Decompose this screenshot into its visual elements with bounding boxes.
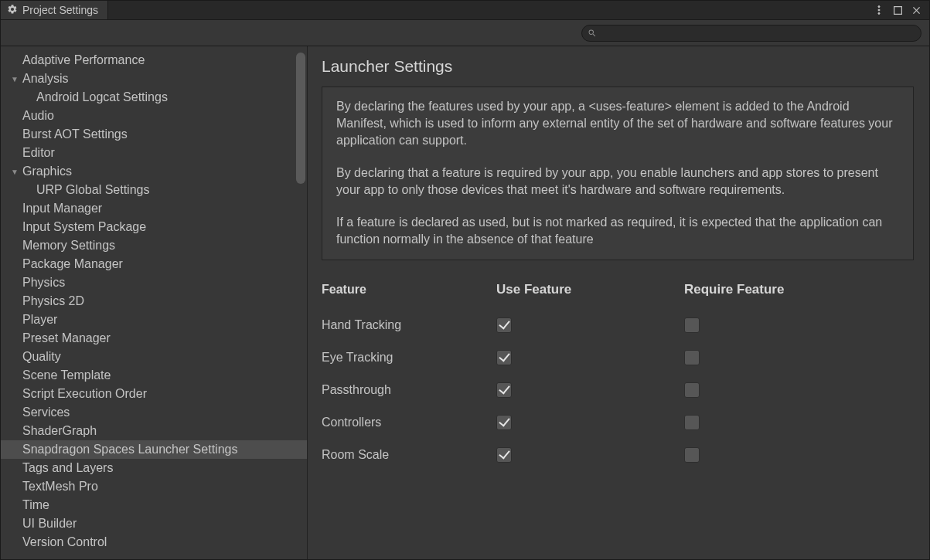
sidebar-item-label: Editor xyxy=(22,146,55,160)
sidebar-item[interactable]: Player xyxy=(1,311,307,329)
info-paragraph: If a feature is declared as used, but is… xyxy=(336,214,899,248)
chevron-down-icon[interactable]: ▼ xyxy=(9,75,21,83)
sidebar-item-label: Preset Manager xyxy=(22,331,111,345)
sidebar-item[interactable]: Script Execution Order xyxy=(1,385,307,403)
col-header-require: Require Feature xyxy=(673,282,914,297)
info-box: By declaring the features used by your a… xyxy=(322,87,914,260)
info-paragraph: By declaring the features used by your a… xyxy=(336,98,899,149)
sidebar-item[interactable]: Audio xyxy=(1,107,307,125)
info-paragraph: By declaring that a feature is required … xyxy=(336,165,899,199)
sidebar-item[interactable]: Package Manager xyxy=(1,255,307,273)
chevron-down-icon[interactable]: ▼ xyxy=(9,168,21,176)
require-feature-checkbox[interactable] xyxy=(684,350,700,365)
sidebar-item[interactable]: Scene Template xyxy=(1,366,307,385)
sidebar-item[interactable]: Snapdragon Spaces Launcher Settings xyxy=(1,440,307,459)
window-controls xyxy=(874,1,929,19)
use-feature-checkbox[interactable] xyxy=(496,350,512,365)
sidebar-item-label: Memory Settings xyxy=(22,239,115,253)
sidebar-item-label: Burst AOT Settings xyxy=(22,127,128,141)
sidebar-item-label: Graphics xyxy=(22,165,72,178)
window-tab[interactable]: Project Settings xyxy=(1,1,108,19)
feature-label: Passthrough xyxy=(322,383,496,397)
sidebar-item[interactable]: ▼Analysis xyxy=(1,70,307,88)
sidebar-item[interactable]: Editor xyxy=(1,144,307,162)
project-settings-window: Project Settings Adaptive Performance▼An… xyxy=(0,0,930,560)
sidebar-item-label: Version Control xyxy=(22,535,107,549)
sidebar-item-label: Snapdragon Spaces Launcher Settings xyxy=(22,443,237,456)
close-icon[interactable] xyxy=(911,5,921,15)
sidebar-item-label: UI Builder xyxy=(22,517,77,531)
sidebar-item[interactable]: Input System Package xyxy=(1,218,307,236)
sidebar-item-label: Analysis xyxy=(22,72,69,86)
sidebar-item[interactable]: Tags and Layers xyxy=(1,459,307,477)
page-title: Launcher Settings xyxy=(322,57,914,76)
table-row: Eye Tracking xyxy=(322,345,914,370)
sidebar-item[interactable]: UI Builder xyxy=(1,514,307,533)
sidebar-item-label: Scene Template xyxy=(22,368,111,382)
toolbar xyxy=(1,20,929,46)
table-row: Room Scale xyxy=(322,443,914,467)
svg-point-1 xyxy=(878,9,880,11)
sidebar-item[interactable]: Time xyxy=(1,496,307,514)
feature-table: Feature Use Feature Require Feature Hand… xyxy=(322,277,914,467)
maximize-icon[interactable] xyxy=(892,5,903,15)
sidebar-item-label: Physics 2D xyxy=(22,294,84,308)
window-title: Project Settings xyxy=(22,4,98,16)
require-feature-checkbox[interactable] xyxy=(684,415,700,430)
svg-point-0 xyxy=(878,6,880,8)
use-feature-checkbox[interactable] xyxy=(496,415,512,430)
sidebar-item[interactable]: ShaderGraph xyxy=(1,422,307,440)
feature-label: Eye Tracking xyxy=(322,351,496,365)
settings-sidebar[interactable]: Adaptive Performance▼AnalysisAndroid Log… xyxy=(1,46,308,559)
sidebar-item-label: Package Manager xyxy=(22,257,123,271)
feature-label: Room Scale xyxy=(322,448,496,462)
sidebar-item-label: Adaptive Performance xyxy=(22,53,145,67)
sidebar-item-label: Quality xyxy=(22,350,61,364)
sidebar-item[interactable]: Memory Settings xyxy=(1,236,307,255)
sidebar-item[interactable]: Physics 2D xyxy=(1,292,307,311)
require-feature-checkbox[interactable] xyxy=(684,317,700,333)
sidebar-item[interactable]: Input Manager xyxy=(1,199,307,218)
sidebar-item[interactable]: ▼Graphics xyxy=(1,162,307,181)
sidebar-item[interactable]: Android Logcat Settings xyxy=(1,88,307,107)
sidebar-item[interactable]: Quality xyxy=(1,348,307,366)
sidebar-item[interactable]: Burst AOT Settings xyxy=(1,125,307,144)
search-wrap xyxy=(581,25,921,42)
use-feature-checkbox[interactable] xyxy=(496,447,512,463)
sidebar-item-label: Audio xyxy=(22,109,54,123)
col-header-feature: Feature xyxy=(322,283,496,297)
search-icon xyxy=(588,29,597,38)
feature-label: Controllers xyxy=(322,416,496,429)
sidebar-item-label: Player xyxy=(22,313,57,327)
titlebar: Project Settings xyxy=(1,1,929,20)
sidebar-item[interactable]: Preset Manager xyxy=(1,329,307,348)
svg-rect-3 xyxy=(894,6,901,14)
sidebar-item-label: Android Logcat Settings xyxy=(36,90,168,104)
table-row: Controllers xyxy=(322,410,914,435)
sidebar-item[interactable]: Adaptive Performance xyxy=(1,51,307,70)
require-feature-checkbox[interactable] xyxy=(684,447,700,463)
sidebar-item-label: ShaderGraph xyxy=(22,424,97,438)
sidebar-item[interactable]: URP Global Settings xyxy=(1,181,307,199)
sidebar-item-label: Time xyxy=(22,498,49,512)
scrollbar-thumb[interactable] xyxy=(296,53,305,184)
sidebar-item-label: Tags and Layers xyxy=(22,461,113,475)
use-feature-checkbox[interactable] xyxy=(496,382,512,398)
sidebar-item-label: Physics xyxy=(22,276,65,290)
more-icon[interactable] xyxy=(874,5,884,15)
sidebar-item[interactable]: Services xyxy=(1,403,307,422)
content-panel: Launcher Settings By declaring the featu… xyxy=(308,46,929,559)
sidebar-item[interactable]: Version Control xyxy=(1,533,307,552)
sidebar-item-label: TextMesh Pro xyxy=(22,480,98,494)
gear-icon xyxy=(7,4,18,17)
sidebar-item[interactable]: TextMesh Pro xyxy=(1,477,307,496)
table-header: Feature Use Feature Require Feature xyxy=(322,277,914,302)
use-feature-checkbox[interactable] xyxy=(496,317,512,333)
sidebar-item-label: Input System Package xyxy=(22,220,146,234)
search-input[interactable] xyxy=(581,25,921,42)
require-feature-checkbox[interactable] xyxy=(684,382,700,398)
table-row: Passthrough xyxy=(322,378,914,402)
col-header-use: Use Feature xyxy=(496,282,673,297)
sidebar-item[interactable]: Physics xyxy=(1,273,307,292)
table-row: Hand Tracking xyxy=(322,313,914,338)
